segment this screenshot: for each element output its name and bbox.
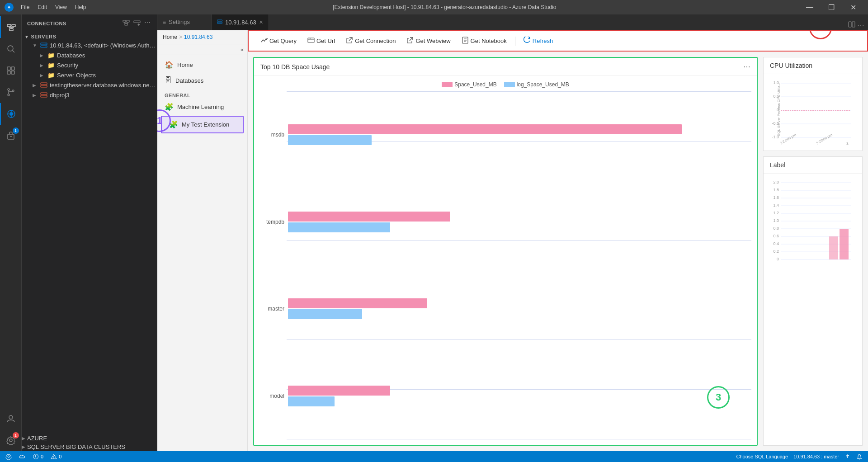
- tab-settings[interactable]: ≡ Settings: [157, 14, 212, 30]
- grid-line: [287, 191, 751, 191]
- svg-rect-44: [41, 83, 47, 85]
- bar-label-msdb: msdb: [259, 132, 284, 138]
- title-bar: File Edit View Help [Extension Developme…: [0, 0, 868, 14]
- bar-row-msdb: msdb: [259, 124, 751, 145]
- nav-ml-label: Machine Learning: [177, 104, 224, 110]
- svg-rect-46: [41, 93, 47, 94]
- databases-item[interactable]: ▶ 📁 Databases: [22, 50, 157, 60]
- status-notifications[interactable]: [856, 453, 863, 460]
- add-server-icon[interactable]: [132, 18, 142, 28]
- grid-line: [287, 339, 751, 340]
- legend-space-color: [442, 82, 453, 87]
- activity-git[interactable]: [0, 81, 22, 103]
- svg-rect-51: [852, 22, 855, 27]
- status-upload[interactable]: [844, 453, 851, 460]
- menu-bar[interactable]: File Edit View Help: [17, 3, 90, 11]
- status-cloud[interactable]: [19, 453, 25, 460]
- get-query-button[interactable]: Get Query: [256, 35, 301, 47]
- menu-view[interactable]: View: [52, 3, 71, 11]
- svg-rect-3: [9, 28, 13, 31]
- new-connection-icon[interactable]: [122, 18, 131, 28]
- get-notebook-button[interactable]: Get Notebook: [457, 35, 511, 47]
- svg-rect-31: [125, 24, 127, 25]
- svg-line-56: [349, 38, 352, 41]
- activity-connections[interactable]: [0, 16, 22, 38]
- bar-group-tempdb: [288, 212, 751, 232]
- split-editor-icon[interactable]: [848, 21, 855, 30]
- server-item-2[interactable]: ▶ testingtheserver.database.windows.net,…: [22, 80, 157, 90]
- server-objects-item[interactable]: ▶ 📁 Server Objects: [22, 70, 157, 80]
- legend-log: log_Space_Used_MB: [504, 81, 569, 88]
- tab-actions: ⋯: [844, 21, 868, 30]
- tab-close-icon[interactable]: ✕: [259, 19, 263, 25]
- svg-rect-13: [7, 71, 10, 74]
- servers-header[interactable]: ▼ SERVERS: [22, 33, 157, 40]
- svg-point-104: [35, 457, 36, 458]
- security-item[interactable]: ▶ 📁 Security: [22, 60, 157, 70]
- get-url-button[interactable]: Get Url: [303, 35, 340, 47]
- settings-tab-label: Settings: [169, 19, 190, 25]
- tab-server[interactable]: 10.91.84.63 ✕: [212, 14, 269, 30]
- refresh-button[interactable]: Refresh: [519, 35, 558, 47]
- menu-help[interactable]: Help: [71, 3, 90, 11]
- svg-text:0.2: 0.2: [773, 249, 779, 254]
- svg-rect-45: [41, 85, 47, 87]
- activity-search[interactable]: [0, 38, 22, 60]
- bar-label-master: master: [259, 306, 284, 312]
- maximize-button[interactable]: ❐: [821, 0, 842, 14]
- title-bar-left: File Edit View Help: [5, 3, 90, 12]
- svg-text:SQL Server Process CPU Utiliz.: SQL Server Process CPU Utiliz...: [777, 83, 781, 136]
- activity-bar: 1 1: [0, 14, 22, 451]
- activity-monitor[interactable]: [0, 103, 22, 125]
- nav-home[interactable]: 🏠 Home: [157, 57, 247, 73]
- nav-databases-label: Databases: [175, 77, 203, 84]
- minimize-button[interactable]: —: [799, 0, 820, 14]
- more-options-icon[interactable]: ⋯: [143, 18, 151, 28]
- bar-tempdb-blue: [288, 222, 390, 232]
- status-language[interactable]: Choose SQL Language: [736, 453, 788, 460]
- dashboard-body: Top 10 DB Space Usage ⋯ Space_Used_MB: [248, 52, 868, 451]
- chart-more-icon[interactable]: ⋯: [743, 62, 750, 71]
- server-tab-label: 10.91.84.63: [225, 19, 256, 26]
- legend-space: Space_Used_MB: [442, 81, 496, 88]
- nav-databases[interactable]: 🗄 Databases: [157, 73, 247, 88]
- get-connection-button[interactable]: Get Connection: [341, 35, 400, 47]
- activity-extensions[interactable]: [0, 60, 22, 81]
- collapse-icon[interactable]: «: [241, 46, 244, 53]
- menu-edit[interactable]: Edit: [34, 3, 51, 11]
- svg-rect-49: [217, 22, 222, 24]
- status-settings[interactable]: [5, 453, 12, 460]
- folder-icon: 📁: [47, 51, 55, 59]
- svg-text:0.4: 0.4: [773, 241, 779, 246]
- language-label: Choose SQL Language: [736, 454, 788, 459]
- window-controls[interactable]: — ❐ ✕: [799, 0, 863, 14]
- server3-chevron: ▶: [33, 93, 40, 98]
- status-connection[interactable]: 10.91.84.63 : master: [793, 453, 839, 460]
- label-panel-header: Label: [764, 157, 862, 174]
- get-webview-icon: [406, 37, 414, 45]
- get-url-icon: [307, 37, 315, 45]
- bar-msdb-blue: [288, 135, 372, 145]
- activity-packages[interactable]: 1: [0, 125, 22, 146]
- toolbar-container: Get Query Get Url: [248, 30, 868, 52]
- nav-collapse[interactable]: «: [157, 44, 247, 55]
- more-tabs-icon[interactable]: ⋯: [857, 21, 864, 30]
- ml-icon: 🧩: [165, 103, 174, 111]
- status-errors[interactable]: 0: [33, 453, 43, 460]
- status-warnings[interactable]: 0: [51, 453, 61, 460]
- server-item-1[interactable]: ▼ 10.91.84.63, <default> (Windows Authen…: [22, 40, 157, 50]
- get-webview-button[interactable]: Get Webview: [402, 35, 455, 47]
- nav-my-extension[interactable]: 🧩 My Test Extension: [161, 116, 244, 133]
- close-button[interactable]: ✕: [843, 0, 863, 14]
- activity-account[interactable]: [0, 408, 22, 429]
- breadcrumb-home[interactable]: Home: [163, 34, 177, 40]
- azure-section[interactable]: ▶ AZURE: [22, 434, 157, 443]
- server-item-3[interactable]: ▶ dbproj3: [22, 90, 157, 100]
- menu-file[interactable]: File: [17, 3, 33, 11]
- activity-settings[interactable]: 1: [0, 429, 22, 451]
- big-data-section[interactable]: ▶ SQL SERVER BIG DATA CLUSTERS: [22, 443, 157, 451]
- svg-line-10: [12, 51, 14, 53]
- svg-point-43: [46, 46, 47, 47]
- editor-nav: Home > 10.91.84.63 « 🏠 Home 🗄 Databases: [157, 30, 248, 451]
- nav-machine-learning[interactable]: 🧩 Machine Learning: [157, 99, 247, 115]
